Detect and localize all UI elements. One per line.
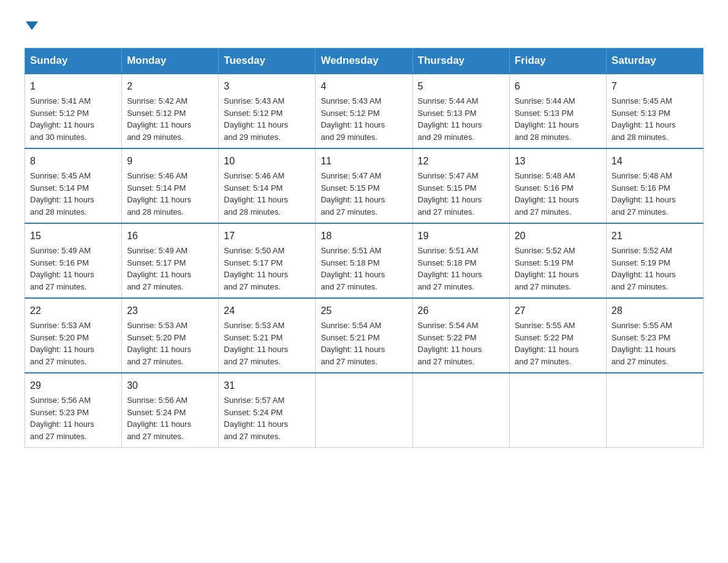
day-number: 10 (224, 154, 310, 169)
day-number: 30 (127, 378, 213, 393)
day-cell-9: 9Sunrise: 5:46 AMSunset: 5:14 PMDaylight… (122, 148, 219, 223)
day-cell-15: 15Sunrise: 5:49 AMSunset: 5:16 PMDayligh… (25, 223, 122, 298)
col-header-thursday: Thursday (412, 48, 509, 74)
col-header-wednesday: Wednesday (316, 48, 412, 74)
day-cell-1: 1Sunrise: 5:41 AMSunset: 5:12 PMDaylight… (25, 74, 122, 148)
day-cell-11: 11Sunrise: 5:47 AMSunset: 5:15 PMDayligh… (316, 148, 412, 223)
day-number: 8 (30, 154, 116, 169)
day-number: 26 (418, 304, 504, 318)
week-row-5: 29Sunrise: 5:56 AMSunset: 5:23 PMDayligh… (25, 373, 703, 448)
day-number: 25 (320, 304, 407, 318)
day-number: 22 (30, 304, 116, 318)
day-cell-25: 25Sunrise: 5:54 AMSunset: 5:21 PMDayligh… (316, 298, 412, 373)
day-number: 29 (30, 378, 116, 393)
day-number: 5 (418, 79, 504, 94)
col-header-saturday: Saturday (606, 48, 703, 74)
week-row-3: 15Sunrise: 5:49 AMSunset: 5:16 PMDayligh… (25, 223, 703, 298)
day-number: 27 (515, 304, 601, 318)
day-cell-23: 23Sunrise: 5:53 AMSunset: 5:20 PMDayligh… (122, 298, 219, 373)
day-cell-3: 3Sunrise: 5:43 AMSunset: 5:12 PMDaylight… (219, 74, 316, 148)
day-cell-8: 8Sunrise: 5:45 AMSunset: 5:14 PMDaylight… (25, 148, 122, 223)
day-number: 11 (320, 154, 407, 169)
day-number: 24 (224, 304, 310, 318)
empty-cell (606, 373, 703, 448)
day-number: 12 (418, 154, 504, 169)
empty-cell (316, 373, 412, 448)
day-number: 16 (127, 229, 213, 243)
day-number: 13 (515, 154, 601, 169)
week-row-2: 8Sunrise: 5:45 AMSunset: 5:14 PMDaylight… (25, 148, 703, 223)
day-cell-5: 5Sunrise: 5:44 AMSunset: 5:13 PMDaylight… (412, 74, 509, 148)
day-cell-17: 17Sunrise: 5:50 AMSunset: 5:17 PMDayligh… (219, 223, 316, 298)
day-number: 7 (612, 79, 698, 94)
day-cell-10: 10Sunrise: 5:46 AMSunset: 5:14 PMDayligh… (219, 148, 316, 223)
day-cell-24: 24Sunrise: 5:53 AMSunset: 5:21 PMDayligh… (219, 298, 316, 373)
day-cell-22: 22Sunrise: 5:53 AMSunset: 5:20 PMDayligh… (25, 298, 122, 373)
day-number: 31 (224, 378, 310, 393)
day-cell-20: 20Sunrise: 5:52 AMSunset: 5:19 PMDayligh… (509, 223, 606, 298)
day-cell-4: 4Sunrise: 5:43 AMSunset: 5:12 PMDaylight… (316, 74, 412, 148)
day-cell-13: 13Sunrise: 5:48 AMSunset: 5:16 PMDayligh… (509, 148, 606, 223)
col-header-sunday: Sunday (25, 48, 122, 74)
day-cell-26: 26Sunrise: 5:54 AMSunset: 5:22 PMDayligh… (412, 298, 509, 373)
day-cell-21: 21Sunrise: 5:52 AMSunset: 5:19 PMDayligh… (606, 223, 703, 298)
day-cell-28: 28Sunrise: 5:55 AMSunset: 5:23 PMDayligh… (606, 298, 703, 373)
day-number: 18 (320, 229, 407, 243)
day-cell-16: 16Sunrise: 5:49 AMSunset: 5:17 PMDayligh… (122, 223, 219, 298)
day-cell-18: 18Sunrise: 5:51 AMSunset: 5:18 PMDayligh… (316, 223, 412, 298)
day-number: 17 (224, 229, 310, 243)
day-cell-12: 12Sunrise: 5:47 AMSunset: 5:15 PMDayligh… (412, 148, 509, 223)
col-header-friday: Friday (509, 48, 606, 74)
empty-cell (509, 373, 606, 448)
day-number: 28 (612, 304, 698, 318)
week-row-4: 22Sunrise: 5:53 AMSunset: 5:20 PMDayligh… (25, 298, 703, 373)
day-cell-27: 27Sunrise: 5:55 AMSunset: 5:22 PMDayligh… (509, 298, 606, 373)
day-cell-2: 2Sunrise: 5:42 AMSunset: 5:12 PMDaylight… (122, 74, 219, 148)
day-cell-19: 19Sunrise: 5:51 AMSunset: 5:18 PMDayligh… (412, 223, 509, 298)
day-number: 14 (612, 154, 698, 169)
day-number: 4 (320, 79, 407, 94)
col-header-tuesday: Tuesday (219, 48, 316, 74)
col-header-monday: Monday (122, 48, 219, 74)
day-cell-7: 7Sunrise: 5:45 AMSunset: 5:13 PMDaylight… (606, 74, 703, 148)
day-number: 19 (418, 229, 504, 243)
day-cell-29: 29Sunrise: 5:56 AMSunset: 5:23 PMDayligh… (25, 373, 122, 448)
day-number: 23 (127, 304, 213, 318)
day-number: 21 (612, 229, 698, 243)
days-header-row: SundayMondayTuesdayWednesdayThursdayFrid… (25, 48, 703, 74)
week-row-1: 1Sunrise: 5:41 AMSunset: 5:12 PMDaylight… (25, 74, 703, 148)
logo-top (25, 18, 38, 36)
day-cell-30: 30Sunrise: 5:56 AMSunset: 5:24 PMDayligh… (122, 373, 219, 448)
day-number: 15 (30, 229, 116, 243)
day-cell-6: 6Sunrise: 5:44 AMSunset: 5:13 PMDaylight… (509, 74, 606, 148)
day-number: 2 (127, 79, 213, 94)
day-number: 20 (515, 229, 601, 243)
day-number: 9 (127, 154, 213, 169)
logo-arrow-icon (26, 21, 38, 30)
day-number: 6 (515, 79, 601, 94)
day-cell-31: 31Sunrise: 5:57 AMSunset: 5:24 PMDayligh… (219, 373, 316, 448)
calendar-table: SundayMondayTuesdayWednesdayThursdayFrid… (25, 48, 703, 448)
day-cell-14: 14Sunrise: 5:48 AMSunset: 5:16 PMDayligh… (606, 148, 703, 223)
day-number: 3 (224, 79, 310, 94)
empty-cell (412, 373, 509, 448)
logo (25, 18, 38, 36)
day-number: 1 (30, 79, 116, 94)
page-header (25, 18, 703, 36)
